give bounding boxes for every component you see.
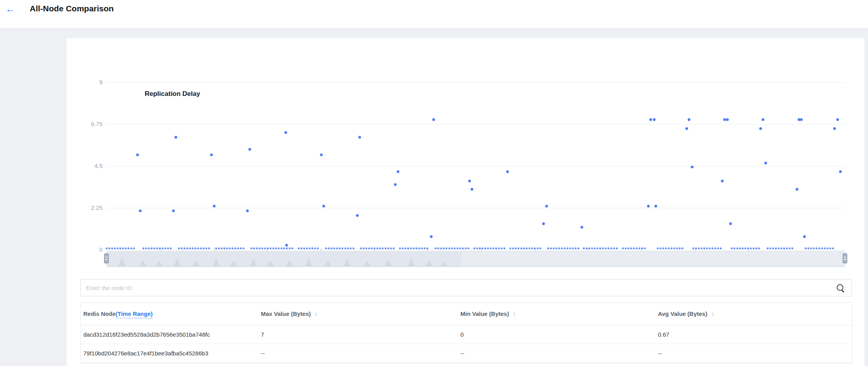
- header-min-value-label: Min Value (Bytes): [460, 310, 509, 317]
- sort-icon-max[interactable]: ↕: [315, 310, 318, 317]
- header-max-value-label: Max Value (Bytes): [261, 310, 311, 317]
- header-avg-value: Avg Value (Bytes)↕: [658, 310, 850, 317]
- cell-avg-value: --: [658, 350, 850, 357]
- datazoom-bump: [174, 258, 181, 266]
- datazoom-bump: [343, 259, 350, 266]
- datazoom-bump: [155, 261, 162, 266]
- datazoom-bump: [267, 261, 274, 266]
- datazoom-bump: [230, 261, 237, 266]
- table-row: 79f10bd204276e8ac17e4f1bee3afba5c45286b3…: [81, 344, 852, 363]
- cell-node-id: dacd312d16f23ed5528a3d2b7656e3501ba748fc: [81, 331, 261, 338]
- top-bar: ← All-Node Comparison: [0, 0, 868, 28]
- sort-icon-min[interactable]: ↕: [513, 310, 516, 317]
- datazoom-bump: [250, 259, 257, 266]
- node-search-box: [80, 279, 852, 296]
- datazoom-handle-left[interactable]: [104, 253, 109, 263]
- cell-max-value: 7: [261, 331, 460, 338]
- table-row: dacd312d16f23ed5528a3d2b7656e3501ba748fc…: [81, 325, 852, 344]
- datazoom-slider[interactable]: [106, 251, 845, 267]
- page: ← All-Node Comparison Replication Delay …: [0, 0, 868, 366]
- datazoom-bump: [286, 260, 293, 266]
- header-redis-node-label: Redis Node: [83, 310, 116, 317]
- datazoom-bump: [363, 261, 370, 266]
- sort-icon-avg[interactable]: ↕: [711, 310, 714, 317]
- chart-title: Replication Delay: [145, 90, 200, 98]
- table-header-row: Redis Node(Time Range) Max Value (Bytes)…: [81, 303, 852, 325]
- search-icon[interactable]: [836, 283, 845, 293]
- page-title: All-Node Comparison: [30, 3, 114, 14]
- datazoom-bump: [324, 260, 331, 266]
- cell-min-value: 0: [460, 331, 658, 338]
- datazoom-bump: [119, 257, 126, 266]
- datazoom-bump: [426, 260, 433, 266]
- cell-max-value: --: [261, 350, 460, 357]
- time-range-link[interactable]: (Time Range): [116, 310, 153, 318]
- back-arrow-icon[interactable]: ←: [5, 4, 15, 14]
- datazoom-bump: [385, 260, 392, 266]
- datazoom-bump: [440, 261, 447, 266]
- datazoom-bump: [305, 258, 312, 266]
- cell-node-id: 79f10bd204276e8ac17e4f1bee3afba5c45286b3: [81, 350, 261, 357]
- cell-min-value: --: [460, 350, 658, 357]
- datazoom-bump: [193, 260, 200, 266]
- node-comparison-table: Redis Node(Time Range) Max Value (Bytes)…: [80, 302, 852, 363]
- datazoom-bump: [408, 258, 415, 266]
- cell-avg-value: 0.67: [658, 331, 850, 338]
- header-min-value: Min Value (Bytes)↕: [460, 310, 658, 317]
- datazoom-bump: [139, 260, 146, 266]
- header-redis-node: Redis Node(Time Range): [81, 310, 261, 317]
- datazoom-handle-right[interactable]: [843, 253, 847, 263]
- node-search-input[interactable]: [81, 279, 852, 296]
- header-max-value: Max Value (Bytes)↕: [261, 310, 460, 317]
- datazoom-bump: [213, 258, 220, 266]
- header-avg-value-label: Avg Value (Bytes): [658, 310, 707, 317]
